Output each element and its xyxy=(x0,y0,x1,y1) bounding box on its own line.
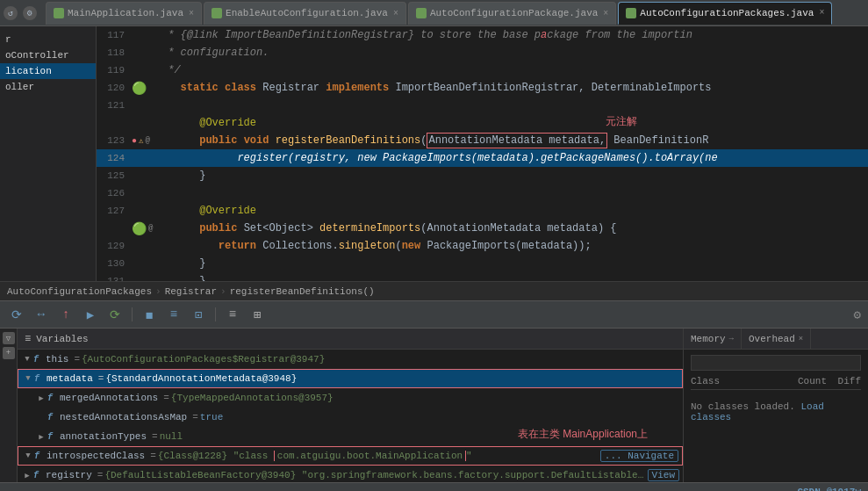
var-row-registry[interactable]: ▶ f registry = {DefaultListableBeanFacto… xyxy=(18,466,683,482)
tab-auto-config-package[interactable]: AutoConfigurationPackage.java × xyxy=(408,2,616,25)
var-row-introspected-class[interactable]: ▼ f introspectedClass = {Class@1228} "cl… xyxy=(18,446,683,466)
debug-toolbar: ⟳ ↕ ↑ ▶ ⟳ ◼ ≡ ⊡ ≡ ⊞ ⚙ xyxy=(0,300,868,329)
settings-gear-icon[interactable]: ⚙ xyxy=(854,307,861,322)
var-row-metadata[interactable]: ▼ f metadata = {StandardAnnotationMetada… xyxy=(18,369,683,388)
breadcrumb: AutoConfigurationPackages › Registrar › … xyxy=(0,281,868,300)
variables-icon: ≡ xyxy=(25,333,31,345)
code-line-118: 118 * configuration. xyxy=(97,44,868,61)
settings-icon[interactable]: ⚙ xyxy=(23,6,37,20)
right-panel-content: Class Count Diff No classes loaded. Load… xyxy=(684,350,868,437)
debug-step-out-btn[interactable]: ↑ xyxy=(56,305,75,324)
left-panel: r oController lication oller xyxy=(0,26,97,281)
code-line-119: 119 */ xyxy=(97,61,868,79)
toolbar-sep-2 xyxy=(215,307,216,321)
tab-close-2[interactable]: × xyxy=(393,9,398,18)
view-btn[interactable]: View xyxy=(648,469,679,481)
code-line-125: 125 } xyxy=(97,167,868,184)
code-line-126: 126 xyxy=(97,184,868,202)
debug-breakpoints-btn[interactable]: ⊡ xyxy=(189,305,208,324)
debug-extra-btn-1[interactable]: ≡ xyxy=(223,305,242,324)
debug-watch-btn[interactable]: ◼ xyxy=(140,305,159,324)
tab-icon-4 xyxy=(626,8,636,18)
right-panel-tabs: Memory → Overhead × xyxy=(684,329,868,350)
var-row-this[interactable]: ▼ f this = {AutoConfigurationPackages$Re… xyxy=(18,350,683,369)
tab-icon-1 xyxy=(54,8,64,18)
debug-step-into-btn[interactable]: ↕ xyxy=(32,305,51,324)
expand-registry[interactable]: ▶ xyxy=(21,471,33,480)
tab-main-application[interactable]: MainApplication.java × xyxy=(46,2,202,25)
expand-merged[interactable]: ▶ xyxy=(35,394,47,403)
status-bar: CSDN @1017w xyxy=(0,482,868,491)
code-line-123: 123 ● ⚠ @ public void registerBeanDefini… xyxy=(97,132,868,149)
right-panel: Memory → Overhead × Class Count Diff No … xyxy=(684,329,868,482)
debug-extra-btn-2[interactable]: ⊞ xyxy=(247,305,267,324)
no-classes-text: No classes loaded. Load classes xyxy=(691,393,861,431)
variables-panel: ≡ Variables ▼ f this = {AutoConfiguratio… xyxy=(18,329,684,482)
code-line-124: 124 register(registry, new PackageImport… xyxy=(97,149,868,167)
code-line-117: 117 * {@link ImportBeanDefinitionRegistr… xyxy=(97,26,868,44)
variables-panel-header: ≡ Variables xyxy=(18,329,683,350)
memory-tab-arrow: → xyxy=(729,335,734,343)
debug-panel: ▽ + ≡ Variables ▼ f this = {AutoConfigur… xyxy=(0,329,868,482)
overhead-tab[interactable]: Overhead × xyxy=(742,329,811,349)
memory-tab[interactable]: Memory → xyxy=(684,329,742,349)
tab-auto-config-packages[interactable]: AutoConfigurationPackages.java × xyxy=(618,2,832,25)
expand-introspected[interactable]: ▼ xyxy=(22,451,34,460)
browser-icons: ↺ ⚙ xyxy=(4,6,37,20)
code-line-121: 121 xyxy=(97,97,868,114)
left-panel-item-2[interactable]: oController xyxy=(0,47,96,63)
tab-close-3[interactable]: × xyxy=(603,9,608,18)
debug-run-to-cursor-btn[interactable]: ▶ xyxy=(81,305,100,324)
left-panel-item-1[interactable]: r xyxy=(0,32,96,47)
left-panel-item-4[interactable]: oller xyxy=(0,79,96,95)
editor-area: r oController lication oller 117 * {@lin… xyxy=(0,26,868,281)
code-line-129: 129 return Collections.singleton(new Pac… xyxy=(97,237,868,255)
tab-icon-2 xyxy=(212,8,222,18)
filter-btn[interactable]: ▽ xyxy=(3,332,15,344)
expand-metadata[interactable]: ▼ xyxy=(22,374,34,383)
var-row-annotation-types[interactable]: ▶ f annotationTypes = null xyxy=(18,427,683,446)
navigate-btn[interactable]: ... Navigate xyxy=(600,450,678,462)
debug-step-over-btn[interactable]: ⟳ xyxy=(7,305,26,324)
expand-this[interactable]: ▼ xyxy=(21,355,33,364)
tab-close-1[interactable]: × xyxy=(189,9,194,18)
code-line-130: 130 } xyxy=(97,255,868,272)
tab-close-4[interactable]: × xyxy=(819,8,824,18)
refresh-icon[interactable]: ↺ xyxy=(4,6,18,20)
overhead-tab-close[interactable]: × xyxy=(799,335,803,343)
toolbar-sep-1 xyxy=(132,307,133,321)
variables-list: ▼ f this = {AutoConfigurationPackages$Re… xyxy=(18,350,683,482)
code-line-127: 127 @Override xyxy=(97,202,868,220)
tab-icon-3 xyxy=(416,8,427,18)
code-line-128: 🟢@ public Set<Object> determineImports(A… xyxy=(97,220,868,237)
debug-frames-btn[interactable]: ≡ xyxy=(164,305,183,324)
class-search-input[interactable] xyxy=(691,355,861,371)
memory-table-header: Class Count Diff xyxy=(691,376,861,390)
var-row-merged-annotations[interactable]: ▶ f mergedAnnotations = {TypeMappedAnnot… xyxy=(18,388,683,408)
var-row-nested-annotations[interactable]: f nestedAnnotationsAsMap = true xyxy=(18,408,683,427)
debug-evaluate-btn[interactable]: ⟳ xyxy=(105,305,125,324)
code-line-override-1: @Override xyxy=(97,114,868,132)
expand-annotation-types[interactable]: ▶ xyxy=(35,432,47,442)
add-watch-btn[interactable]: + xyxy=(3,347,15,359)
left-panel-item-3[interactable]: lication xyxy=(0,63,96,79)
debug-left-actions: ▽ + xyxy=(0,329,18,482)
code-editor[interactable]: 117 * {@link ImportBeanDefinitionRegistr… xyxy=(97,26,868,281)
tab-bar: ↺ ⚙ MainApplication.java × EnableAutoCon… xyxy=(0,0,868,26)
tab-enable-auto-config[interactable]: EnableAutoConfiguration.java × xyxy=(204,2,406,25)
code-line-120: 120 🟢 static class Registrar implements … xyxy=(97,79,868,97)
code-line-131: 131 } xyxy=(97,272,868,281)
